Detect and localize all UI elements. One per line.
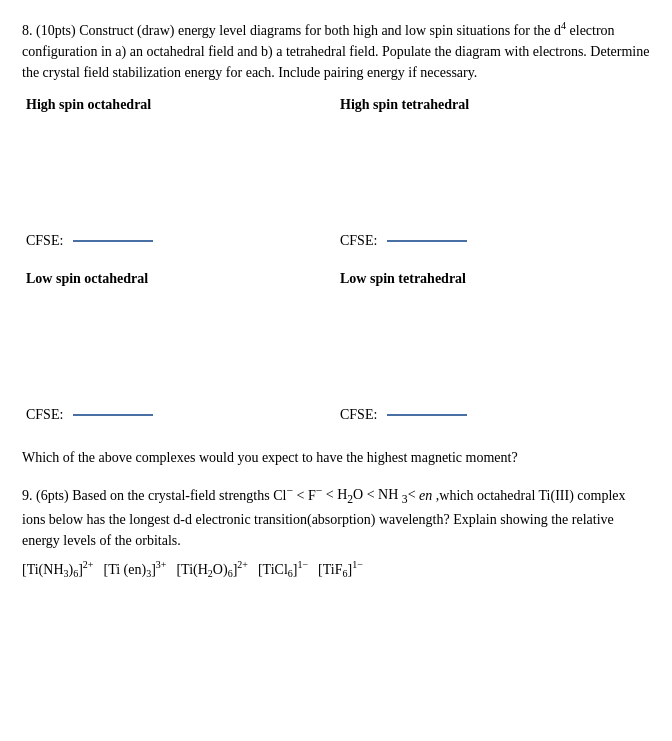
question-8-block: 8. (10pts) Construct (draw) energy level… bbox=[22, 18, 650, 429]
high-spin-oct-section: High spin octahedral CFSE: bbox=[22, 91, 336, 255]
low-spin-oct-cfse-line bbox=[73, 414, 153, 416]
low-spin-oct-section: Low spin octahedral CFSE: bbox=[22, 265, 336, 429]
low-spin-tet-title: Low spin tetrahedral bbox=[340, 271, 642, 287]
low-spin-tet-cfse-label: CFSE: bbox=[340, 407, 377, 423]
high-spin-oct-diagram bbox=[26, 117, 328, 227]
q9-italic-en: en bbox=[419, 487, 432, 502]
q9-text-part1: 9. (6pts) Based on the crystal-field str… bbox=[22, 487, 286, 502]
complex-2: [Ti (en)3]3+ bbox=[103, 559, 166, 579]
high-spin-tet-section: High spin tetrahedral CFSE: bbox=[336, 91, 650, 255]
question-9-block: 9. (6pts) Based on the crystal-field str… bbox=[22, 482, 650, 579]
complex-4: [TiCl6]1− bbox=[258, 559, 308, 579]
low-spin-tet-section: Low spin tetrahedral CFSE: bbox=[336, 265, 650, 429]
low-spin-oct-title: Low spin octahedral bbox=[26, 271, 328, 287]
high-spin-oct-cfse-row: CFSE: bbox=[26, 233, 328, 249]
q9-text-part3: < H2O < NH 3< bbox=[322, 487, 419, 502]
high-spin-tet-diagram bbox=[340, 117, 642, 227]
complex-3: [Ti(H2O)6]2+ bbox=[176, 559, 247, 579]
complexes-row: [Ti(NH3)6]2+ [Ti (en)3]3+ [Ti(H2O)6]2+ [… bbox=[22, 559, 650, 579]
high-spin-oct-cfse-label: CFSE: bbox=[26, 233, 63, 249]
low-spin-tet-diagram bbox=[340, 291, 642, 401]
complex-1: [Ti(NH3)6]2+ bbox=[22, 559, 93, 579]
complex-5: [TiF6]1− bbox=[318, 559, 363, 579]
high-spin-tet-cfse-line bbox=[387, 240, 467, 242]
high-spin-tet-cfse-label: CFSE: bbox=[340, 233, 377, 249]
low-spin-oct-cfse-row: CFSE: bbox=[26, 407, 328, 423]
low-spin-tet-cfse-row: CFSE: bbox=[340, 407, 642, 423]
high-spin-tet-cfse-row: CFSE: bbox=[340, 233, 642, 249]
low-spin-oct-cfse-label: CFSE: bbox=[26, 407, 63, 423]
high-spin-tet-title: High spin tetrahedral bbox=[340, 97, 642, 113]
high-spin-oct-title: High spin octahedral bbox=[26, 97, 328, 113]
magnetic-question: Which of the above complexes would you e… bbox=[22, 447, 650, 468]
question-8-text: 8. (10pts) Construct (draw) energy level… bbox=[22, 18, 650, 83]
question-9-text: 9. (6pts) Based on the crystal-field str… bbox=[22, 482, 650, 551]
low-spin-row: Low spin octahedral CFSE: Low spin tetra… bbox=[22, 265, 650, 429]
q9-cl-sup: − bbox=[286, 484, 293, 497]
low-spin-oct-diagram bbox=[26, 291, 328, 401]
low-spin-tet-cfse-line bbox=[387, 414, 467, 416]
q9-text-part2: < F bbox=[293, 487, 316, 502]
q8-text-part1: 8. (10pts) Construct (draw) energy level… bbox=[22, 23, 561, 38]
high-spin-oct-cfse-line bbox=[73, 240, 153, 242]
high-spin-row: High spin octahedral CFSE: High spin tet… bbox=[22, 91, 650, 255]
